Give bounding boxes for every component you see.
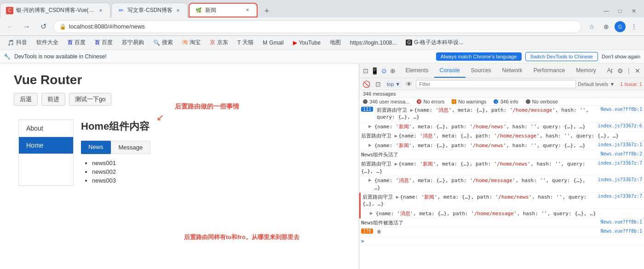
forward-nav-button[interactable]: 前进 xyxy=(41,93,65,106)
devtools-tab-console[interactable]: Console xyxy=(434,64,466,78)
new-tab-button[interactable]: + xyxy=(260,5,273,17)
console-source-7[interactable]: index.js?3367z:7 xyxy=(598,177,642,182)
news-item-2[interactable]: news002 xyxy=(92,168,340,175)
console-source-1[interactable]: News.vue?ff8b:1 xyxy=(601,107,642,112)
bookmark-tianmao[interactable]: T 天猫 xyxy=(234,38,257,47)
top-context[interactable]: top ▼ xyxy=(385,81,402,87)
messages-count: 346 messages xyxy=(363,91,396,97)
bookmark-suning[interactable]: 苏宁易购 xyxy=(118,38,148,47)
news-item-1[interactable]: news001 xyxy=(92,160,340,166)
back-nav-button[interactable]: 后退 xyxy=(14,93,38,106)
bookmark-icon[interactable]: ☆ xyxy=(585,20,598,33)
console-clear-icon[interactable]: 🚫 xyxy=(361,79,371,89)
bookmark-maps[interactable]: 地图 xyxy=(326,38,345,47)
default-levels-label[interactable]: Default levels ▼ xyxy=(578,81,615,87)
console-eye-icon[interactable]: 👁 xyxy=(404,79,414,89)
tab-3[interactable]: 🌿 新闻 × ↓ xyxy=(189,3,258,17)
console-source-6[interactable]: index.js?3367z:7 xyxy=(598,160,642,166)
devtools-more-icon[interactable]: ⋮ xyxy=(626,66,632,76)
bookmark-baidu1[interactable]: 百 百度 xyxy=(64,38,89,47)
console-source-11[interactable]: News.vue?ff8b:1 xyxy=(601,229,642,234)
console-text-5: News组件头活了 xyxy=(361,151,595,158)
console-filter-icon[interactable]: ⊡ xyxy=(373,79,383,89)
devtools-tab-memory[interactable]: Memory xyxy=(570,64,601,78)
close-window-button[interactable]: ✕ xyxy=(627,5,640,17)
douyin-icon: 🎵 xyxy=(7,40,14,46)
console-prompt[interactable]: > xyxy=(359,237,644,246)
profile-icon[interactable]: G xyxy=(615,21,626,32)
devtools-inspect-icon[interactable]: ⊡ xyxy=(362,66,369,76)
devtools-tab-application[interactable]: Application xyxy=(602,64,613,78)
bookmark-gmail[interactable]: M Gmail xyxy=(259,39,287,47)
tab-3-close[interactable]: × xyxy=(244,6,251,14)
browser-window: C 银-河的博客_CSDN博客-Vue(2)... × ✏ 写文章-CSDN博客… xyxy=(0,0,644,269)
filter-info[interactable]: i 346 info xyxy=(494,99,518,104)
devtools-tab-network[interactable]: Network xyxy=(497,64,528,78)
test-go-button[interactable]: 测试一下go xyxy=(69,93,111,106)
console-text-11: ⑧ xyxy=(377,229,595,235)
filter-user-messages[interactable]: 346 user messa... xyxy=(363,99,409,104)
console-text-4: {name: '新闻', meta: {…}, path: '/home/new… xyxy=(374,142,592,149)
arrow-down-icon: ↙ xyxy=(156,112,164,123)
devtools-close-icon[interactable]: ✕ xyxy=(634,66,641,76)
tab-2-close[interactable]: × xyxy=(174,7,182,14)
devtools-settings-icon[interactable]: ⚙ xyxy=(616,66,623,76)
tab-1-favicon: C xyxy=(6,7,13,14)
expand-9: ▶ xyxy=(370,210,373,216)
console-source-8[interactable]: index.js?3367z:7 xyxy=(598,194,642,199)
console-source-4[interactable]: index.js?3367z:1 xyxy=(598,142,642,147)
tab-1[interactable]: C 银-河的博客_CSDN博客-Vue(2)... × xyxy=(0,3,110,17)
bookmark-youtube[interactable]: ▶ YouTube xyxy=(289,39,324,47)
refresh-button[interactable]: ↺ xyxy=(37,20,50,33)
bookmark-baidu2[interactable]: 百 百度 xyxy=(91,38,116,47)
devtools-tab-elements[interactable]: Elements xyxy=(400,64,434,78)
devtools-responsive-icon[interactable]: ⊕ xyxy=(389,66,396,76)
console-text-2: {name: '新闻', meta: {…}, path: '/home/new… xyxy=(374,123,592,130)
sidebar-about[interactable]: About xyxy=(19,120,73,137)
dont-show-button[interactable]: Don't show again xyxy=(602,54,640,59)
sidebar-home[interactable]: Home xyxy=(19,137,73,154)
bookmark-douyin[interactable]: 🎵 抖音 xyxy=(4,38,31,47)
tab-2[interactable]: ✏ 写文章-CSDN博客 × xyxy=(111,3,188,17)
console-source-2[interactable]: index.js?3367z:6 xyxy=(598,123,642,128)
match-language-button[interactable]: Always match Chrome's language xyxy=(436,52,522,61)
console-source-5[interactable]: News.vue?ff8b:2 xyxy=(601,151,642,156)
console-source-10[interactable]: News.vue?ff8b:1 xyxy=(601,219,642,224)
console-line-11: 270 ⑧ News.vue?ff8b:1 xyxy=(359,228,644,237)
error-dot: ✕ xyxy=(417,99,421,104)
forward-button[interactable]: → xyxy=(20,20,33,33)
console-filter-bar: 346 user messa... ✕ No errors ! No warni… xyxy=(359,98,644,106)
console-filter-input[interactable] xyxy=(416,80,576,88)
back-button[interactable]: ← xyxy=(4,20,17,33)
extension-icon[interactable]: ⊕ xyxy=(600,20,613,33)
console-line-4: ▶ {name: '新闻', meta: {…}, path: '/home/n… xyxy=(359,141,644,150)
maximize-button[interactable]: □ xyxy=(614,5,627,17)
bookmark-login[interactable]: https://login.1008... xyxy=(346,39,400,47)
console-text-8: 后置路由守卫 ▶{name: '新闻', meta: {…}, path: '/… xyxy=(362,194,592,208)
devtools-device-icon[interactable]: 📱 xyxy=(371,66,379,76)
news-item-3[interactable]: news003 xyxy=(92,177,340,184)
tab-3-favicon: 🌿 xyxy=(195,6,202,14)
bookmark-software[interactable]: 软件大全 xyxy=(33,38,62,47)
url-bar[interactable]: 🔒 localhost:8080/#/home/news xyxy=(53,20,581,33)
switch-devtools-button[interactable]: Switch DevTools to Chinese xyxy=(525,52,598,61)
bookmark-jd[interactable]: 京 京东 xyxy=(206,38,232,47)
console-text-6: 前置路由守卫 ▶{name: '新闻', meta: {…}, path: '/… xyxy=(361,160,592,175)
bookmark-taobao[interactable]: 淘 淘宝 xyxy=(178,38,204,47)
bookmark-search[interactable]: 🔍 搜索 xyxy=(150,38,177,47)
subnav-message[interactable]: Message xyxy=(111,141,151,154)
devtools-tab-performance[interactable]: Performance xyxy=(528,64,571,78)
filter-no-errors[interactable]: ✕ No errors xyxy=(417,99,444,104)
filter-no-verbose[interactable]: No verbose xyxy=(526,99,558,104)
filter-no-warnings[interactable]: ! No warnings xyxy=(452,99,486,104)
subnav-news[interactable]: News xyxy=(81,141,111,154)
bookmarks-bar: 🎵 抖音 软件大全 百 百度 百 百度 苏宁易购 🔍 搜索 淘 淘宝 京 京东 xyxy=(0,36,644,50)
devtools-pointer-icon[interactable]: ⊙ xyxy=(380,66,387,76)
tab-1-close[interactable]: × xyxy=(97,7,104,14)
console-line-10: News组件被激活了 News.vue?ff8b:1 xyxy=(359,218,644,228)
minimize-button[interactable]: — xyxy=(600,5,613,17)
bookmark-gezi[interactable]: G G-格子达本科毕设... xyxy=(402,38,467,47)
menu-icon[interactable]: ⋮ xyxy=(627,20,640,33)
console-line-7: ▶ {name: '消息', meta: {…}, path: '/home/m… xyxy=(359,176,644,193)
devtools-tab-sources[interactable]: Sources xyxy=(466,64,497,78)
